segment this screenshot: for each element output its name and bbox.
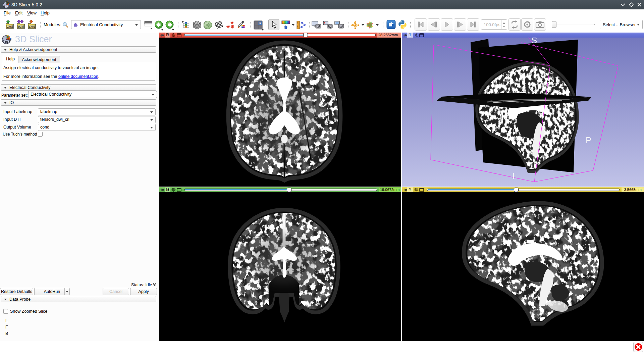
svg-text:E: E (392, 23, 394, 28)
svg-text:SAVE: SAVE (29, 26, 35, 28)
svg-text:S: S (531, 38, 537, 45)
svg-text:P: P (586, 135, 591, 145)
svg-text:DCM: DCM (18, 26, 23, 28)
svg-text:I: I (512, 171, 515, 181)
svg-text:DATA: DATA (7, 26, 13, 28)
